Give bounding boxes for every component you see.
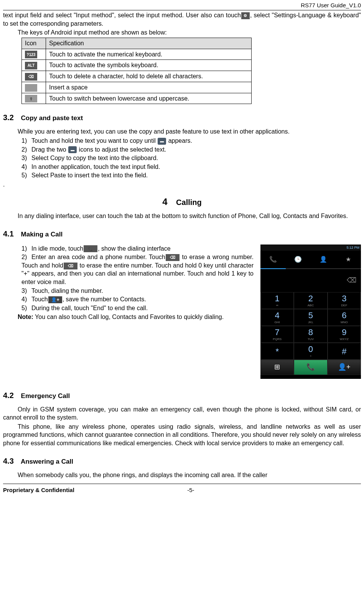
ch4-intro: In any dialing interface, user can touch… xyxy=(3,212,361,220)
dialer-tab-log[interactable]: 🕒 xyxy=(286,251,311,269)
dialer-call-button[interactable]: 📞 xyxy=(294,360,327,375)
erase-hold-icon: ⌫ xyxy=(64,263,77,269)
table-row: ⌫ Touch to delete a character, hold to d… xyxy=(22,71,252,82)
s42-p1: Only in GSM system coverage, you can mak… xyxy=(3,405,361,422)
spec-cell: Touch to activate the symbols keyboard. xyxy=(46,60,252,71)
spec-cell: Touch to activate the numerical keyboard… xyxy=(46,49,252,60)
s41-i3: Touch, dialing the number. xyxy=(31,287,103,294)
s41-i4b: , save the number to Contacts. xyxy=(63,296,146,302)
note-label: Note: xyxy=(18,314,33,320)
spec-cell: Touch to switch between lowercase and up… xyxy=(46,93,252,104)
s42-p2: This phone, like any wireless phone, ope… xyxy=(3,423,361,448)
note-text: You can also touch Call log, Contacts an… xyxy=(33,314,224,320)
alt-key-icon: ALT xyxy=(25,62,37,69)
page-header: RS77 User Guide_V1.0 xyxy=(3,0,361,10)
s41-i1b: , show the dialing interface xyxy=(98,245,170,252)
section-title: Emergency Call xyxy=(21,392,70,400)
s41-note: Note: You can also touch Call log, Conta… xyxy=(3,313,254,321)
dialer-addcontact-button[interactable]: 👤+ xyxy=(328,360,361,375)
list-marker: 4) xyxy=(21,295,31,304)
dialer-tab-fav[interactable]: ★ xyxy=(336,251,361,269)
step-1a: Touch and hold the text you want to copy… xyxy=(31,137,157,144)
section-num: 3.2 xyxy=(3,113,14,122)
dialer-tab-contact[interactable]: 👤 xyxy=(311,251,336,269)
key-star[interactable]: * xyxy=(260,343,294,360)
s41-steps: 1)In idle mode, touch📞, show the dialing… xyxy=(21,245,254,312)
table-row: ⇧ Touch to switch between lowercase and … xyxy=(22,93,252,104)
section-4-1-heading: 4.1 Making a Call xyxy=(3,229,361,239)
section-4-3-heading: 4.3 Answering a Call xyxy=(3,456,361,466)
list-marker: 5) xyxy=(21,171,31,180)
table-header-icon: Icon xyxy=(22,38,46,49)
list-marker: 4) xyxy=(21,163,31,171)
settings-icon: ⚙ xyxy=(241,12,250,19)
section-title: Copy and paste text xyxy=(21,114,83,122)
key-2[interactable]: 2ABC xyxy=(294,292,327,309)
s32-intro: While you are entering text, you can use… xyxy=(3,127,361,136)
s43-p1: When somebody calls you, the phone rings… xyxy=(3,471,361,479)
s41-i4a: Touch xyxy=(31,296,48,302)
icon-spec-table: Icon Specification ?123 Touch to activat… xyxy=(21,38,252,104)
stray-dot: . xyxy=(3,180,361,189)
dialer-backspace-icon[interactable]: ⌫ xyxy=(347,276,356,285)
key-1[interactable]: 1∞ xyxy=(260,292,294,309)
s41-i1a: In idle mode, touch xyxy=(31,245,83,252)
s41-i5: During the call, touch "End" to end the … xyxy=(31,305,148,311)
key-6[interactable]: 6MNO xyxy=(328,309,361,326)
footer-page: -5- xyxy=(21,486,361,494)
s32-steps: 1)Touch and hold the text you want to co… xyxy=(21,137,361,180)
section-num: 4.1 xyxy=(3,230,14,238)
selection-marker-icon: ▬ xyxy=(158,138,166,145)
key-7[interactable]: 7PQRS xyxy=(260,326,294,343)
list-marker: 3) xyxy=(21,154,31,162)
intro-paragraph: text input field and select "Input metho… xyxy=(3,11,361,28)
chapter-4-heading: 4 Calling xyxy=(3,196,361,208)
spec-cell: Insert a space xyxy=(46,82,252,93)
dialer-apps-button[interactable]: ⊞ xyxy=(260,360,294,375)
key-8[interactable]: 8TUV xyxy=(294,326,327,343)
section-title: Answering a Call xyxy=(21,458,73,465)
key-5[interactable]: 5JKL xyxy=(294,309,327,326)
step-5: Select Paste to insert the text into the… xyxy=(31,172,148,178)
list-marker: 2) xyxy=(21,253,31,261)
dialer-tab-phone[interactable]: 📞 xyxy=(260,251,286,269)
dialer-screenshot: 5:12 PM 📞 🕒 👤 ★ ⌫ 1∞ 2ABC 3DEF 4GHI 5JKL… xyxy=(260,245,361,379)
space-key-icon xyxy=(25,84,37,92)
step-2a: Drag the two xyxy=(31,146,68,153)
step-3: Select Copy to copy the text into the cl… xyxy=(31,155,158,161)
section-title: Making a Call xyxy=(21,231,63,238)
header-doc-id: RS77 User Guide_V1.0 xyxy=(301,2,361,8)
list-marker: 5) xyxy=(21,304,31,312)
list-marker: 1) xyxy=(21,137,31,145)
selection-handle-icon: ▬ xyxy=(68,146,77,153)
key-hash[interactable]: # xyxy=(328,343,361,360)
key-0[interactable]: 0+ xyxy=(294,343,327,360)
list-marker: 1) xyxy=(21,245,31,253)
intro-text-1a: text input field and select "Input metho… xyxy=(3,12,241,18)
step-4: In another application, touch the text i… xyxy=(31,164,160,170)
key-4[interactable]: 4GHI xyxy=(260,309,294,326)
step-1b: appears. xyxy=(166,137,192,144)
table-header-spec: Specification xyxy=(46,38,252,49)
list-marker: 3) xyxy=(21,287,31,295)
section-3-2-heading: 3.2 Copy and paste text xyxy=(3,112,361,123)
delete-key-icon: ⌫ xyxy=(25,73,37,81)
table-row: Insert a space xyxy=(22,82,252,93)
erase-icon: ⌫ xyxy=(166,254,180,261)
table-row: ?123 Touch to activate the numerical key… xyxy=(22,49,252,60)
key-9[interactable]: 9WXYZ xyxy=(328,326,361,343)
section-4-2-heading: 4.2 Emergency Call xyxy=(3,390,361,401)
list-marker: 2) xyxy=(21,145,31,154)
step-2b: icons to adjust the selected text. xyxy=(77,146,166,153)
phone-icon: 📞 xyxy=(84,245,97,252)
page-footer: Proprietary & Confidential -5- xyxy=(3,484,361,496)
key-3[interactable]: 3DEF xyxy=(328,292,361,309)
chapter-title: Calling xyxy=(176,198,202,207)
section-num: 4.3 xyxy=(3,457,14,465)
s41-i2a: Enter an area code and a phone number. T… xyxy=(31,254,165,260)
table-row: ALT Touch to activate the symbols keyboa… xyxy=(22,60,252,71)
numeric-key-icon: ?123 xyxy=(25,51,37,58)
intro-line-2: The keys of Android input method are sho… xyxy=(3,28,361,37)
section-num: 4.2 xyxy=(3,391,14,400)
add-contact-icon: 👤+ xyxy=(48,296,62,303)
